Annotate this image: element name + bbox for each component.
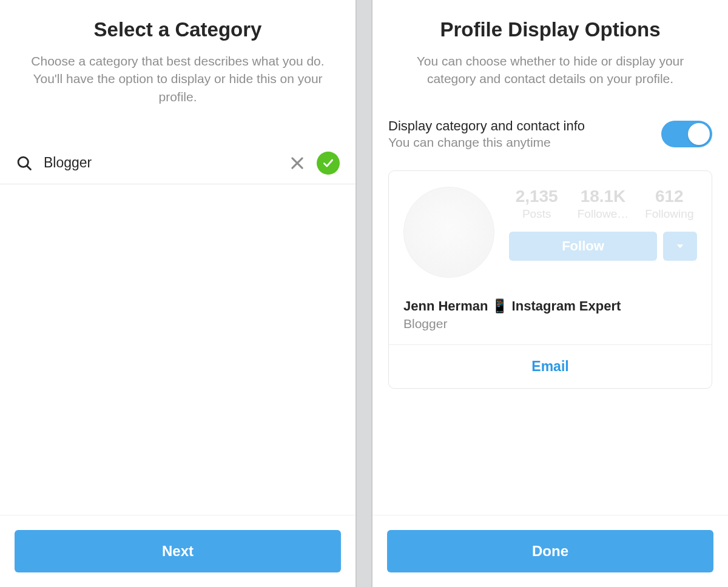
page-subtitle-right: You can choose whether to hide or displa…: [397, 52, 704, 88]
stat-followers-label: Followe…: [575, 207, 630, 221]
profile-top: 2,135 Posts 18.1K Followe… 612 Following…: [389, 171, 712, 292]
clear-icon[interactable]: [289, 155, 306, 172]
stat-followers-value: 18.1K: [575, 187, 630, 206]
follow-button[interactable]: Follow: [509, 232, 657, 261]
category-search-input[interactable]: [44, 155, 289, 171]
stats-row: 2,135 Posts 18.1K Followe… 612 Following: [509, 187, 697, 221]
stat-following-value: 612: [642, 187, 697, 206]
stat-posts-value: 2,135: [509, 187, 564, 206]
toggle-sublabel: You can change this anytime: [388, 135, 652, 150]
panel-divider: [356, 0, 372, 587]
toggle-label: Display category and contact info: [388, 118, 652, 134]
profile-stats: 2,135 Posts 18.1K Followe… 612 Following…: [509, 187, 697, 261]
page-subtitle-left: Choose a category that best describes wh…: [24, 52, 331, 106]
email-button[interactable]: Email: [531, 358, 568, 374]
stat-followers: 18.1K Followe…: [575, 187, 630, 221]
stat-following-label: Following: [642, 207, 697, 221]
next-button[interactable]: Next: [15, 530, 341, 572]
right-bottom-bar: Done: [372, 515, 728, 587]
toggle-knob: [688, 123, 710, 145]
follow-row: Follow: [509, 232, 697, 261]
search-icon: [16, 155, 33, 172]
left-header: Select a Category Choose a category that…: [0, 0, 356, 106]
left-bottom-bar: Next: [0, 515, 356, 587]
profile-preview-card: 2,135 Posts 18.1K Followe… 612 Following…: [388, 170, 712, 389]
avatar: [403, 187, 494, 278]
stat-posts-label: Posts: [509, 207, 564, 221]
profile-meta: Jenn Herman 📱 Instagram Expert Blogger: [389, 292, 712, 344]
check-icon: [317, 152, 340, 175]
svg-marker-4: [677, 244, 684, 248]
done-button[interactable]: Done: [387, 530, 713, 572]
email-row: Email: [389, 344, 712, 388]
toggle-text: Display category and contact info You ca…: [388, 118, 652, 150]
follow-dropdown-button[interactable]: [663, 232, 697, 261]
display-toggle-row: Display category and contact info You ca…: [372, 118, 728, 150]
profile-category: Blogger: [403, 317, 697, 331]
profile-name: Jenn Herman 📱 Instagram Expert: [403, 298, 697, 314]
svg-line-1: [27, 166, 30, 169]
stat-following: 612 Following: [642, 187, 697, 221]
category-search-row: [0, 142, 356, 184]
stat-posts: 2,135 Posts: [509, 187, 564, 221]
page-title-right: Profile Display Options: [397, 18, 704, 41]
display-toggle[interactable]: [661, 121, 712, 147]
page-title-left: Select a Category: [24, 18, 331, 41]
select-category-panel: Select a Category Choose a category that…: [0, 0, 356, 587]
chevron-down-icon: [675, 241, 685, 251]
right-header: Profile Display Options You can choose w…: [372, 0, 728, 88]
profile-display-panel: Profile Display Options You can choose w…: [372, 0, 728, 587]
